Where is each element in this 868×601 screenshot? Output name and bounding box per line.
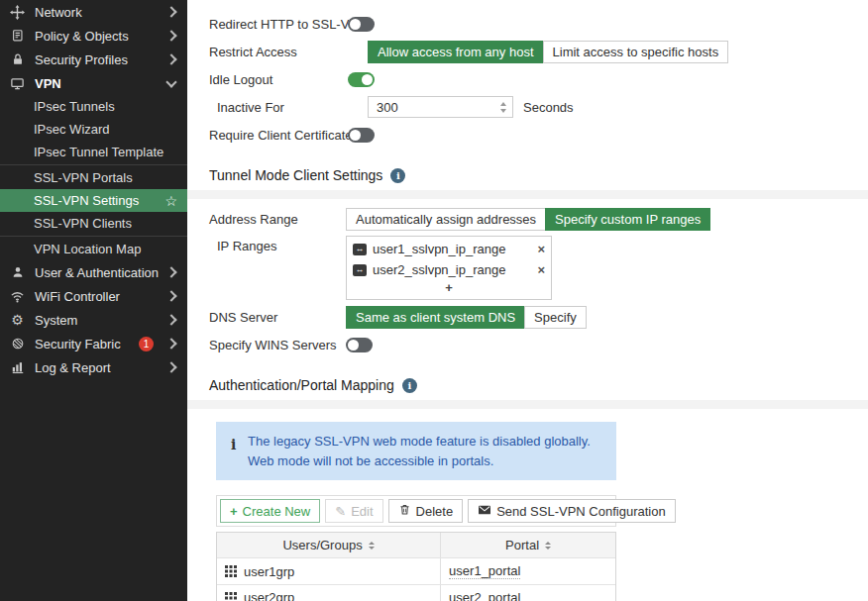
sidebar-item-sslvpn-clients[interactable]: SSL-VPN Clients [0, 212, 187, 235]
notification-badge: 1 [139, 337, 154, 351]
portal-mapping-table: Users/Groups Portal user1grp user1_porta… [216, 532, 616, 601]
sidebar-item-label: Log & Report [35, 360, 159, 375]
specify-ip-ranges-button[interactable]: Specify custom IP ranges [545, 208, 710, 231]
inactive-for-input[interactable]: 300 [368, 96, 513, 118]
sort-icon [545, 542, 551, 550]
portal-cell[interactable]: user2_portal [449, 590, 520, 601]
sidebar-item-label: Security Fabric [35, 337, 130, 351]
create-new-button[interactable]: +Create New [220, 499, 320, 523]
redirect-http-label: Redirect HTTP to SSL-VPN [209, 17, 368, 32]
sidebar-item-label: IPsec Tunnels [34, 99, 115, 114]
sidebar-item-wifi-controller[interactable]: WiFi Controller [0, 284, 187, 308]
wins-servers-row: Specify WINS Servers [209, 334, 868, 355]
auth-section-header: Authentication/Portal Mapping i [187, 377, 868, 393]
sidebar-item-ipsec-tunnel-template[interactable]: IPsec Tunnel Template [0, 141, 187, 163]
sidebar-item-sslvpn-settings[interactable]: SSL-VPN Settings ☆ [0, 189, 187, 212]
sidebar-item-ipsec-wizard[interactable]: IPsec Wizard [0, 118, 187, 141]
sidebar-item-security-fabric[interactable]: Security Fabric 1 [0, 332, 187, 355]
policy-objects-icon [9, 29, 26, 43]
sidebar-divider [0, 164, 187, 165]
remove-icon[interactable]: × [537, 243, 545, 255]
info-icon[interactable]: i [390, 168, 405, 183]
sort-icon [369, 542, 375, 550]
restrict-access-label: Restrict Access [209, 45, 368, 59]
ip-ranges-label: IP Ranges [209, 236, 346, 253]
sidebar-item-vpn-location-map[interactable]: VPN Location Map [0, 238, 187, 260]
sidebar-item-label: Security Profiles [35, 52, 159, 67]
sidebar-item-label: IPsec Tunnel Template [34, 145, 163, 159]
tunnel-section-header: Tunnel Mode Client Settings i [187, 167, 868, 183]
chevron-down-icon [165, 76, 176, 87]
sidebar-item-label: SSL-VPN Settings [34, 193, 139, 208]
tunnel-settings-form: Address Range Automatically assign addre… [187, 199, 868, 355]
sidebar-item-label: VPN [35, 76, 159, 91]
sidebar-item-system[interactable]: ⚙ System [0, 308, 187, 332]
ip-range-name: user1_sslvpn_ip_range [373, 242, 505, 256]
limit-specific-hosts-button[interactable]: Limit access to specific hosts [543, 41, 729, 63]
user-group-icon [225, 592, 237, 601]
idle-logout-toggle[interactable] [348, 72, 375, 87]
ip-range-entry[interactable]: user1_sslvpn_ip_range × [353, 239, 545, 259]
chevron-right-icon [165, 53, 176, 64]
specify-dns-button[interactable]: Specify [524, 306, 587, 329]
table-row[interactable]: user2grp user2_portal [217, 584, 615, 601]
star-icon[interactable]: ☆ [164, 194, 177, 208]
sidebar-item-log-report[interactable]: Log & Report [0, 355, 187, 379]
address-range-row: Address Range Automatically assign addre… [209, 206, 868, 232]
app-window: Network Policy & Objects Security Profil… [0, 0, 868, 601]
chevron-right-icon [165, 314, 176, 325]
sidebar-item-sslvpn-portals[interactable]: SSL-VPN Portals [0, 166, 187, 189]
ip-range-entry[interactable]: user2_sslvpn_ip_range × [353, 259, 545, 280]
sidebar-item-policy-objects[interactable]: Policy & Objects [0, 24, 187, 48]
ip-range-icon [353, 264, 367, 276]
delete-button[interactable]: Delete [388, 499, 464, 523]
ip-range-icon [353, 244, 367, 255]
sidebar-item-label: SSL-VPN Clients [34, 216, 132, 231]
add-ip-range-button[interactable]: + [353, 280, 545, 297]
remove-icon[interactable]: × [537, 263, 545, 276]
column-header-portal[interactable]: Portal [440, 533, 615, 557]
restrict-access-options: Allow access from any host Limit access … [368, 41, 728, 63]
user-icon [9, 265, 26, 279]
column-header-label: Portal [505, 538, 539, 552]
column-header-users-groups[interactable]: Users/Groups [217, 533, 440, 557]
notice-text: The legacy SSL-VPN web mode feature is d… [248, 434, 591, 468]
security-fabric-icon [9, 337, 26, 351]
sslvpn-settings-form: Redirect HTTP to SSL-VPN Restrict Access… [187, 0, 868, 146]
lock-icon [9, 52, 26, 66]
envelope-icon [478, 504, 491, 519]
pencil-icon: ✎ [335, 505, 346, 518]
chevron-right-icon [165, 361, 176, 372]
send-configuration-button[interactable]: Send SSL-VPN Configuration [468, 499, 676, 523]
portal-cell[interactable]: user1_portal [449, 563, 520, 579]
chevron-right-icon [165, 266, 176, 277]
wins-servers-toggle[interactable] [346, 338, 373, 352]
sidebar-item-network[interactable]: Network [0, 0, 187, 24]
redirect-http-toggle[interactable] [348, 17, 375, 32]
inactive-for-value: 300 [369, 100, 494, 115]
info-icon[interactable]: i [402, 378, 417, 393]
sidebar-item-label: VPN Location Map [34, 242, 141, 256]
sidebar-item-user-authentication[interactable]: User & Authentication [0, 260, 187, 284]
sidebar-item-security-profiles[interactable]: Security Profiles [0, 48, 187, 71]
section-divider [187, 400, 868, 409]
edit-button[interactable]: ✎Edit [325, 499, 382, 523]
require-cert-toggle[interactable] [348, 128, 375, 143]
wins-servers-label: Specify WINS Servers [209, 338, 346, 352]
edit-label: Edit [351, 504, 373, 519]
trash-icon [398, 503, 411, 519]
bar-chart-icon [9, 360, 26, 374]
allow-any-host-button[interactable]: Allow access from any host [368, 41, 544, 63]
sidebar-item-label: WiFi Controller [35, 289, 159, 304]
ip-ranges-box[interactable]: user1_sslvpn_ip_range × user2_sslvpn_ip_… [346, 236, 552, 300]
table-row[interactable]: user1grp user1_portal [217, 557, 615, 584]
chevron-right-icon [165, 290, 176, 301]
auto-assign-addresses-button[interactable]: Automatically assign addresses [346, 208, 546, 231]
same-as-client-dns-button[interactable]: Same as client system DNS [346, 306, 525, 329]
column-header-label: Users/Groups [282, 538, 362, 552]
number-stepper-icon[interactable] [494, 102, 512, 113]
sidebar-item-ipsec-tunnels[interactable]: IPsec Tunnels [0, 95, 187, 118]
sidebar-item-vpn[interactable]: VPN [0, 71, 187, 95]
plus-icon: + [230, 504, 238, 519]
user-group-icon [225, 565, 237, 577]
